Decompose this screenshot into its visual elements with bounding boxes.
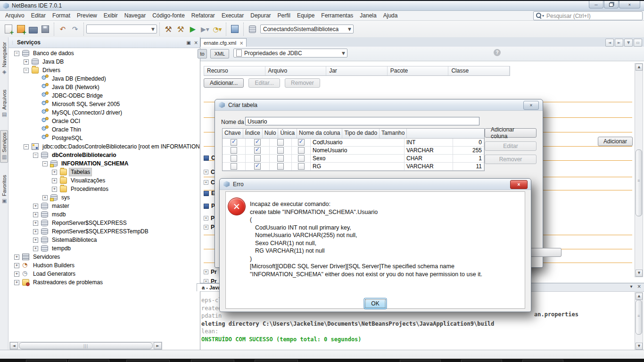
- memory-toolbar-combobox[interactable]: ▼: [86, 25, 157, 33]
- table-name-input[interactable]: Usuario: [245, 117, 479, 125]
- grid-column-header[interactable]: Única: [278, 129, 297, 138]
- services-horizontal-scrollbar[interactable]: ◄ ||| ►: [9, 342, 162, 350]
- scroll-tabs-right-icon[interactable]: ►: [615, 39, 623, 47]
- tree-expander-icon[interactable]: [42, 195, 48, 200]
- scroll-up-icon[interactable]: ▲: [636, 293, 643, 300]
- search-input[interactable]: ▾ Pesquisar (Ctrl+I): [533, 11, 643, 20]
- remove-column-button[interactable]: Remover: [485, 155, 537, 164]
- search-dropdown-icon[interactable]: ▾: [542, 14, 544, 18]
- dock-tab[interactable]: ▥ Arquivos: [0, 88, 8, 120]
- jdbc-add-button[interactable]: Adicionar...: [204, 78, 244, 88]
- tree-item[interactable]: tempdb: [8, 244, 199, 253]
- grid-row[interactable]: NomeUsuario VARCHAR 255: [223, 147, 484, 155]
- close-button[interactable]: ×: [619, 1, 640, 8]
- profile-button[interactable]: ◔▾: [212, 24, 223, 35]
- maximize-window-icon[interactable]: ▭: [634, 39, 642, 47]
- tree-expander-icon[interactable]: [52, 170, 57, 175]
- grid-column-header[interactable]: Tipo de dado: [342, 129, 380, 138]
- tree-expander-icon[interactable]: [14, 272, 19, 277]
- tree-item[interactable]: SistemaBiblioteca: [8, 236, 199, 244]
- grid-column-header[interactable]: Nome da coluna: [297, 129, 342, 138]
- tree-item[interactable]: Java DB (Network): [8, 83, 199, 91]
- key-checkbox[interactable]: [231, 163, 237, 170]
- menu-item[interactable]: Depurar: [247, 11, 274, 20]
- menu-item[interactable]: Código-fonte: [149, 11, 188, 20]
- dock-tab[interactable]: ▤ Serviços: [0, 130, 8, 163]
- taskbar-button[interactable]: [461, 360, 502, 362]
- menu-item[interactable]: Editar: [28, 11, 49, 20]
- minimize-button[interactable]: ─: [589, 1, 603, 8]
- editor-tab[interactable]: ernate.cfg.xml ×: [200, 38, 247, 47]
- tree-item[interactable]: MySQL (Connector/J driver): [8, 108, 199, 117]
- tab-list-dropdown-icon[interactable]: ▼: [624, 39, 633, 47]
- output-vertical-scrollbar[interactable]: ▲ ▼: [635, 292, 643, 350]
- tree-item[interactable]: JDBC-ODBC Bridge: [8, 91, 199, 100]
- scroll-down-icon[interactable]: ▼: [636, 343, 643, 350]
- scrollbar-thumb[interactable]: [636, 300, 642, 335]
- menu-item[interactable]: Equipe: [294, 11, 318, 20]
- add-column-button[interactable]: Adicionar coluna: [485, 128, 537, 138]
- menu-item[interactable]: Perfil: [274, 11, 294, 20]
- taskbar-button[interactable]: [126, 360, 170, 362]
- tree-item[interactable]: Banco de dados: [8, 49, 199, 58]
- column-header[interactable]: Pacote: [388, 66, 449, 75]
- menu-item[interactable]: Arquivo: [2, 11, 28, 20]
- taskbar-button[interactable]: [522, 360, 563, 362]
- tree-item[interactable]: Hudson Builders: [8, 261, 199, 270]
- tree-expander-icon[interactable]: [33, 153, 38, 158]
- run-button[interactable]: ▶: [187, 24, 198, 35]
- tree-item[interactable]: msdb: [8, 210, 199, 219]
- open-project-button[interactable]: [27, 24, 39, 35]
- tree-item[interactable]: ReportServer$SQLEXPRESSTempDB: [8, 227, 199, 236]
- jdbc-properties-combobox[interactable]: Propriedades de JDBC ▼: [233, 49, 347, 58]
- index-checkbox[interactable]: [254, 139, 261, 146]
- scroll-down-icon[interactable]: ▼: [636, 270, 643, 277]
- xml-view-button[interactable]: XML: [210, 49, 229, 58]
- report-window-button[interactable]: [229, 24, 240, 35]
- taskbar-button[interactable]: [26, 360, 67, 362]
- column-header[interactable]: Classe: [448, 66, 510, 75]
- dialog-bottom-button[interactable]: [528, 248, 561, 257]
- grid-row[interactable]: RG VARCHAR 11: [223, 163, 484, 171]
- tree-item[interactable]: master: [8, 202, 199, 210]
- close-dialog-button[interactable]: ×: [510, 180, 528, 189]
- key-checkbox[interactable]: [231, 155, 237, 162]
- null-checkbox[interactable]: [277, 147, 284, 154]
- tree-expander-icon[interactable]: [24, 68, 29, 73]
- menu-item[interactable]: Format: [49, 11, 74, 20]
- scroll-right-icon[interactable]: ►: [154, 342, 162, 349]
- tree-expander-icon[interactable]: [52, 178, 57, 183]
- grid-column-header[interactable]: Nulo: [263, 129, 279, 138]
- restore-button[interactable]: [604, 1, 619, 8]
- taskbar-button[interactable]: [68, 360, 109, 362]
- tree-item[interactable]: Java DB: [8, 58, 199, 66]
- tree-expander-icon[interactable]: [14, 263, 19, 268]
- jdbc-edit-button[interactable]: Editar...: [248, 78, 280, 88]
- undo-button[interactable]: ↶: [57, 24, 68, 35]
- grid-row[interactable]: CodUsuario INT 0: [223, 139, 484, 147]
- unique-checkbox[interactable]: [298, 155, 305, 162]
- tree-expander-icon[interactable]: [33, 221, 38, 226]
- tree-item[interactable]: Java DB (Embedded): [8, 74, 199, 83]
- menu-item[interactable]: Executar: [218, 11, 247, 20]
- tree-item[interactable]: Visualizações: [8, 176, 199, 185]
- save-all-button[interactable]: [40, 24, 51, 35]
- design-view-button[interactable]: to: [198, 49, 207, 58]
- close-dialog-button[interactable]: ×: [523, 101, 539, 110]
- menu-item[interactable]: Preview: [74, 11, 100, 20]
- tree-item[interactable]: Oracle Thin: [8, 125, 199, 134]
- column-header[interactable]: Arquivo: [265, 66, 327, 75]
- tree-item[interactable]: Servidores: [8, 253, 199, 261]
- grid-row[interactable]: Sexo CHAR 1: [223, 155, 484, 163]
- unique-checkbox[interactable]: [298, 163, 305, 170]
- index-checkbox[interactable]: [254, 147, 261, 154]
- tree-expander-icon[interactable]: [24, 59, 29, 65]
- edit-column-button[interactable]: Editar: [485, 141, 537, 151]
- unique-checkbox[interactable]: [298, 147, 305, 154]
- run-config-combobox[interactable]: ConectandoSistemaBiblioteca ▼: [260, 25, 354, 33]
- scrollbar-thumb[interactable]: |||: [19, 342, 153, 349]
- key-checkbox[interactable]: [231, 139, 237, 146]
- key-checkbox[interactable]: [231, 147, 237, 154]
- tree-item[interactable]: INFORMATION_SCHEMA: [8, 159, 199, 168]
- taskbar-button[interactable]: [255, 360, 298, 362]
